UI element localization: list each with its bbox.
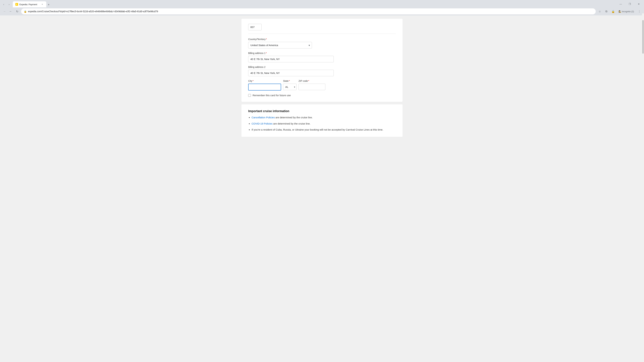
zip-group: ZIP code* xyxy=(298,80,325,90)
browser-chrome: ‹ › E Expedia: Payment × + — ❐ ✕ ← → ↻ 🔒 xyxy=(0,0,644,15)
city-required-star: * xyxy=(252,80,254,82)
info-list-item-2-text: are determined by the cruise line. xyxy=(272,122,310,125)
tab-favicon: E xyxy=(16,3,18,6)
incognito-icon: 🕵 xyxy=(618,10,621,13)
incognito-badge: 🕵 Incognito (2) xyxy=(617,9,635,13)
cancellation-policies-link[interactable]: Cancellation Policies xyxy=(252,116,275,119)
top-input-group: 837 xyxy=(248,24,396,30)
city-group: City* xyxy=(248,80,281,90)
state-required-star: * xyxy=(289,80,290,82)
lock-icon: 🔒 xyxy=(24,10,27,13)
restore-button[interactable]: ❐ xyxy=(626,1,634,7)
billing-address-2-label: Billing address 2 xyxy=(248,66,396,68)
info-card: Important cruise information Cancellatio… xyxy=(242,104,402,137)
info-list: Cancellation Policies are determined by … xyxy=(248,116,396,132)
info-list-item-3: If you're a resident of Cuba, Russia, or… xyxy=(252,128,396,132)
minimize-button[interactable]: — xyxy=(617,1,624,7)
city-label: City* xyxy=(248,80,281,82)
page-content: 837 Country/Territory* United States of … xyxy=(0,15,644,362)
new-tab-button[interactable]: + xyxy=(46,2,51,7)
nav-back-button[interactable]: ← xyxy=(2,9,8,14)
country-select[interactable]: United States of America Canada United K… xyxy=(248,42,312,48)
country-label: Country/Territory* xyxy=(248,38,396,40)
refresh-button[interactable]: ↻ xyxy=(14,9,20,14)
billing-address-1-label: Billing address 1* xyxy=(248,52,396,54)
billing-address-2-group: Billing address 2 xyxy=(248,66,396,76)
remember-card-label[interactable]: Remember this card for future use xyxy=(252,94,291,97)
remember-card-row: Remember this card for future use xyxy=(248,94,396,97)
payment-form-card: 837 Country/Territory* United States of … xyxy=(242,19,402,102)
split-view-button[interactable]: ⧉ xyxy=(604,9,609,14)
bookmark-button[interactable]: ☆ xyxy=(597,9,602,14)
scrollbar-thumb[interactable] xyxy=(642,20,644,54)
close-button[interactable]: ✕ xyxy=(635,1,643,7)
city-input[interactable] xyxy=(248,84,281,90)
country-form-group: Country/Territory* United States of Amer… xyxy=(248,38,396,48)
info-list-item-1: Cancellation Policies are determined by … xyxy=(252,116,396,119)
browser-toolbar: ← → ↻ 🔒 expedia.com/CruiseCheckout?tripi… xyxy=(0,7,644,15)
country-required-star: * xyxy=(266,38,267,40)
scrollbar[interactable] xyxy=(642,13,644,362)
zip-required-star: * xyxy=(308,80,309,82)
address-bar[interactable]: 🔒 expedia.com/CruiseCheckout?tripid=e17f… xyxy=(21,8,596,14)
billing-address-2-input[interactable] xyxy=(248,70,334,76)
nav-forward-button[interactable]: → xyxy=(8,9,13,14)
state-select[interactable]: AL AK AZ AR CA CO CT FL GA NY TX xyxy=(283,84,296,90)
info-section-title: Important cruise information xyxy=(248,109,396,113)
nav-arrows: ← → xyxy=(2,9,13,14)
state-group: State* AL AK AZ AR CA CO CT FL GA xyxy=(283,80,296,90)
url-text: expedia.com/CruiseCheckout?tripid=e17f8e… xyxy=(28,10,593,13)
back-button[interactable]: ‹ xyxy=(1,2,6,7)
menu-button[interactable]: ⋮ xyxy=(636,9,642,14)
state-select-wrapper: AL AK AZ AR CA CO CT FL GA NY TX xyxy=(283,84,296,90)
incognito-label: Incognito (2) xyxy=(622,10,634,13)
tab-bar: ‹ › E Expedia: Payment × + — ❐ ✕ xyxy=(0,0,644,7)
info-list-item-1-text: are determined by the cruise line. xyxy=(275,116,312,119)
active-tab[interactable]: E Expedia: Payment × xyxy=(13,1,46,7)
billing-address-1-group: Billing address 1* xyxy=(248,52,396,62)
covid-policies-link[interactable]: COVID-19 Policies xyxy=(252,122,272,125)
tab-close-button[interactable]: × xyxy=(41,3,44,6)
billing-address-1-required-star: * xyxy=(266,52,267,54)
city-state-zip-group: City* State* AL AK AZ AR CA xyxy=(248,80,396,90)
tab-group: E Expedia: Payment × + xyxy=(13,1,616,7)
forward-button-tab[interactable]: › xyxy=(7,2,12,7)
section-divider xyxy=(248,34,396,34)
profile-button[interactable]: 🔒 xyxy=(610,9,616,14)
info-list-item-2: COVID-19 Policies are determined by the … xyxy=(252,122,396,126)
zip-input[interactable] xyxy=(298,84,325,90)
remember-card-checkbox[interactable] xyxy=(248,94,251,97)
billing-address-1-input[interactable] xyxy=(248,56,334,62)
tab-title: Expedia: Payment xyxy=(20,3,40,6)
main-container: 837 Country/Territory* United States of … xyxy=(242,19,402,361)
zip-label: ZIP code* xyxy=(298,80,325,82)
window-controls: — ❐ ✕ xyxy=(617,1,643,7)
cvv-input[interactable]: 837 xyxy=(248,24,262,30)
country-select-wrapper: United States of America Canada United K… xyxy=(248,42,312,48)
state-label: State* xyxy=(283,80,296,82)
